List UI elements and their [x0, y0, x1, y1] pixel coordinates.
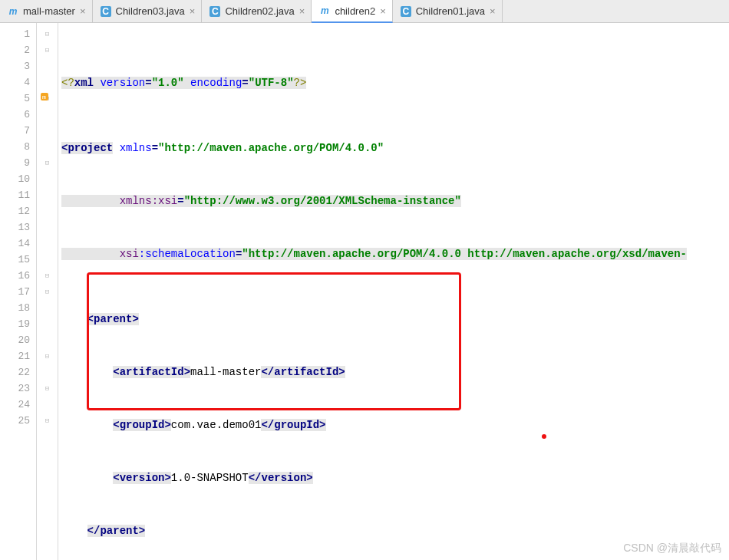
close-tab-icon[interactable]: ×: [299, 5, 305, 17]
tag-groupId: groupId: [120, 419, 165, 431]
maven-file-icon: m: [319, 5, 330, 16]
fold-slot: [37, 252, 58, 268]
fold-open-icon[interactable]: [45, 288, 49, 296]
code-line: </parent>: [58, 523, 729, 539]
line-number[interactable]: 1: [0, 26, 36, 42]
maven-gutter-icon: m: [40, 92, 49, 101]
code-line: <?xml version="1.0" encoding="UTF-8"?>: [58, 75, 729, 91]
fold-slot: [37, 397, 58, 413]
editor-tab[interactable]: CChildren01.java×: [393, 0, 503, 22]
fold-slot[interactable]: [37, 268, 58, 284]
line-number[interactable]: 18: [0, 300, 36, 316]
line-number[interactable]: 13: [0, 219, 36, 236]
fold-slot: [37, 58, 58, 74]
editor-tab[interactable]: CChildren02.java×: [202, 0, 312, 22]
fold-slot: [37, 123, 58, 139]
parent-version: 1.0-SNAPSHOT: [171, 472, 249, 484]
line-number[interactable]: 11: [0, 187, 36, 203]
tag-artifactId: artifactId: [120, 366, 184, 378]
fold-open-icon[interactable]: [45, 46, 49, 54]
line-number[interactable]: 14: [0, 236, 36, 252]
line-number-gutter: 1234567891011121314151617181920212223242…: [0, 23, 37, 560]
fold-slot: [37, 139, 58, 155]
java-class-icon: C: [401, 6, 411, 17]
line-number[interactable]: 22: [0, 364, 36, 380]
editor-tab[interactable]: mmall-master×: [0, 0, 93, 22]
editor-tab-label: mall-master: [23, 5, 75, 17]
line-number[interactable]: 10: [0, 171, 36, 187]
line-number[interactable]: 6: [0, 107, 36, 123]
close-tab-icon[interactable]: ×: [80, 5, 86, 17]
fold-slot[interactable]: [37, 413, 58, 429]
fold-close-icon[interactable]: [45, 159, 49, 167]
editor-tab-label: Children02.java: [225, 5, 294, 17]
line-number[interactable]: 7: [0, 123, 36, 139]
code-line: xmlns:xsi="http://www.w3.org/2001/XMLSch…: [58, 193, 729, 209]
editor-tab-label: Children01.java: [416, 5, 485, 17]
code-line: <groupId>com.vae.demo01</groupId>: [58, 417, 729, 433]
line-number[interactable]: 8: [0, 139, 36, 155]
line-number[interactable]: 5: [0, 91, 36, 107]
code-line: <artifactId>mall-master</artifactId>: [58, 364, 729, 380]
val-xmlns-xsi: http://www.w3.org/2001/XMLSchema-instanc…: [190, 195, 454, 207]
watermark: CSDN @清晨敲代码: [623, 542, 721, 555]
fold-open-icon[interactable]: [45, 30, 49, 38]
code-line: xsi:schemaLocation="http://maven.apache.…: [58, 246, 729, 262]
fold-slot: [37, 107, 58, 123]
code-line: <project xmlns="http://maven.apache.org/…: [58, 140, 729, 156]
highlight-annotation-box: [87, 272, 461, 410]
editor-area: 1234567891011121314151617181920212223242…: [0, 23, 729, 560]
xml-decl-name: xml: [74, 77, 94, 89]
close-tab-icon[interactable]: ×: [190, 5, 196, 17]
editor-tab-label: Children03.java: [116, 5, 185, 17]
code-line: <parent>: [58, 311, 729, 328]
line-number[interactable]: 3: [0, 58, 36, 74]
line-number[interactable]: 25: [0, 413, 36, 429]
code-body[interactable]: <?xml version="1.0" encoding="UTF-8"?> <…: [58, 23, 729, 560]
close-tab-icon[interactable]: ×: [380, 5, 386, 17]
fold-slot: [37, 187, 58, 203]
fold-close-icon[interactable]: [45, 417, 49, 425]
fold-slot[interactable]: [37, 155, 58, 171]
editor-tab[interactable]: mchildren2×: [312, 0, 392, 23]
maven-file-icon: m: [8, 6, 18, 17]
line-number[interactable]: 9: [0, 155, 36, 171]
fold-slot: [37, 219, 58, 236]
val-encoding: UTF-8: [255, 77, 287, 89]
fold-close-icon[interactable]: [45, 384, 49, 393]
editor-tab-bar: mmall-master×CChildren03.java×CChildren0…: [0, 0, 729, 23]
fold-slot[interactable]: [37, 26, 58, 42]
java-class-icon: C: [209, 6, 220, 17]
xml-decl-open: <?: [61, 77, 74, 89]
fold-slot[interactable]: [37, 42, 58, 58]
fold-slot[interactable]: [37, 348, 58, 364]
line-number[interactable]: 16: [0, 268, 36, 284]
annotation-dot: [542, 434, 546, 439]
line-number[interactable]: 12: [0, 203, 36, 219]
fold-slot: [37, 171, 58, 187]
xml-decl-close: ?>: [294, 77, 307, 89]
line-number[interactable]: 21: [0, 348, 36, 364]
line-number[interactable]: 19: [0, 316, 36, 332]
line-number[interactable]: 15: [0, 252, 36, 268]
tag-project: project: [68, 142, 113, 154]
line-number[interactable]: 23: [0, 380, 36, 397]
parent-groupId: com.vae.demo01: [171, 419, 262, 431]
line-number[interactable]: 4: [0, 74, 36, 91]
line-number[interactable]: 20: [0, 332, 36, 348]
parent-artifactId: mall-master: [190, 366, 261, 378]
close-tab-icon[interactable]: ×: [490, 5, 496, 17]
fold-slot: [37, 316, 58, 332]
fold-open-icon[interactable]: [45, 272, 49, 280]
editor-tab[interactable]: CChildren03.java×: [93, 0, 203, 22]
fold-slot[interactable]: [37, 284, 58, 300]
line-number[interactable]: 2: [0, 42, 36, 58]
fold-close-icon[interactable]: [45, 352, 49, 361]
fold-slot: [37, 364, 58, 380]
fold-marker-gutter: m: [37, 23, 58, 560]
line-number[interactable]: 17: [0, 284, 36, 300]
fold-slot[interactable]: [37, 380, 58, 397]
code-line: <version>1.0-SNAPSHOT</version>: [58, 470, 729, 486]
editor-tab-label: children2: [335, 5, 375, 17]
line-number[interactable]: 24: [0, 397, 36, 413]
